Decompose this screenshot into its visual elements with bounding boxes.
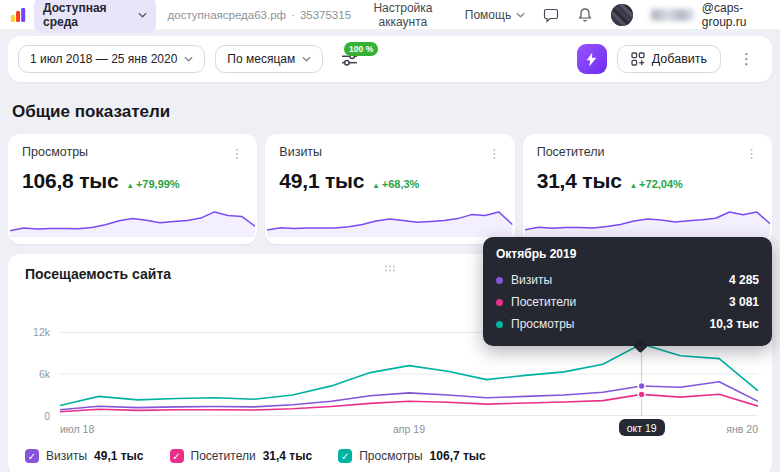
delta-up-icon: ▲ xyxy=(126,181,133,190)
check-icon: ✓ xyxy=(341,451,349,462)
delta-up-icon: ▲ xyxy=(630,181,637,190)
legend-item-visits[interactable]: ✓ Визиты 49,1 тыс xyxy=(25,449,144,463)
legend-value: 49,1 тыс xyxy=(94,449,144,463)
check-icon: ✓ xyxy=(28,451,36,462)
counter-domain: доступнаясреда63.рф xyxy=(168,9,286,21)
tooltip-row: Визиты 4 285 xyxy=(496,269,759,291)
help-label: Помощь xyxy=(465,8,511,22)
legend-label: Просмотры xyxy=(359,449,422,463)
checkbox-checked[interactable]: ✓ xyxy=(338,449,352,463)
x-tick: июл 18 xyxy=(60,423,94,435)
add-widget-button[interactable]: Добавить xyxy=(617,45,721,73)
card-value: 49,1 тыс xyxy=(279,169,364,193)
legend-value: 31,4 тыс xyxy=(263,449,313,463)
legend-value: 106,7 тыс xyxy=(430,449,486,463)
card-menu-button[interactable]: ⋮ xyxy=(484,145,505,162)
tooltip-value: 4 285 xyxy=(729,273,759,287)
dot-separator: · xyxy=(291,9,295,21)
user-email-domain: @caps-group.ru xyxy=(702,1,770,29)
user-avatar[interactable] xyxy=(611,4,633,26)
metric-card-visitors: Посетители ⋮ 31,4 тыс ▲+72,04% xyxy=(523,134,772,244)
y-tick: 0 xyxy=(44,410,50,422)
tooltip-value: 3 081 xyxy=(729,295,759,309)
boost-button[interactable] xyxy=(577,44,607,74)
chart-tooltip: Октябрь 2019 Визиты 4 285 Посетители 3 0… xyxy=(483,237,772,346)
metric-cards-row: Просмотры ⋮ 106,8 тыс ▲+79,99% Визиты ⋮ … xyxy=(8,134,772,244)
check-icon: ✓ xyxy=(172,451,180,462)
x-axis-labels: июл 18 апр 19 окт 19 янв 20 xyxy=(60,421,758,439)
delta-value: +79,99% xyxy=(136,178,180,190)
account-settings-link[interactable]: Настройка аккаунта xyxy=(359,1,447,29)
x-tick: янв 20 xyxy=(726,423,758,435)
tooltip-title: Октябрь 2019 xyxy=(496,247,759,261)
toolbar: 1 июл 2018 — 25 янв 2020 По месяцам 100 … xyxy=(8,36,772,82)
chevron-down-icon xyxy=(138,12,147,18)
chart-legend: ✓ Визиты 49,1 тыс ✓ Посетители 31,4 тыс … xyxy=(25,449,772,463)
legend-label: Визиты xyxy=(46,449,87,463)
legend-label: Посетители xyxy=(191,449,256,463)
top-navigation-bar: Доступная среда доступнаясреда63.рф · 35… xyxy=(0,0,780,30)
date-range-label: 1 июл 2018 — 25 янв 2020 xyxy=(30,52,177,66)
tooltip-label: Посетители xyxy=(511,295,576,309)
account-settings-label: Настройка аккаунта xyxy=(359,1,447,29)
card-menu-button[interactable]: ⋮ xyxy=(741,145,762,162)
metric-card-views: Просмотры ⋮ 106,8 тыс ▲+79,99% xyxy=(8,134,257,244)
counter-meta: доступнаясреда63.рф · 35375315 xyxy=(168,9,351,21)
help-menu[interactable]: Помощь xyxy=(465,8,525,22)
metric-card-visits: Визиты ⋮ 49,1 тыс ▲+68,3% xyxy=(265,134,514,244)
card-delta: ▲+68,3% xyxy=(372,178,419,190)
chevron-down-icon xyxy=(184,56,193,62)
topbar-right: Настройка аккаунта Помощь @caps-group.ru xyxy=(359,1,770,29)
tooltip-row: Просмотры 10,3 тыс xyxy=(496,313,759,335)
card-title: Визиты xyxy=(279,145,322,159)
grouping-select[interactable]: По месяцам xyxy=(215,45,323,73)
sparkline-chart xyxy=(267,203,512,237)
y-tick: 12k xyxy=(33,326,50,338)
legend-item-views[interactable]: ✓ Просмотры 106,7 тыс xyxy=(338,449,486,463)
notifications-bell-icon[interactable] xyxy=(577,7,593,23)
card-delta: ▲+72,04% xyxy=(630,178,683,190)
series-dot-visits xyxy=(496,277,503,284)
tooltip-label: Просмотры xyxy=(511,317,574,331)
toolbar-kebab-menu[interactable]: ⋮ xyxy=(731,46,762,72)
legend-item-visitors[interactable]: ✓ Посетители 31,4 тыс xyxy=(170,449,313,463)
counter-name: Доступная среда xyxy=(43,1,132,29)
add-grid-icon xyxy=(631,52,645,66)
tooltip-value: 10,3 тыс xyxy=(710,317,760,331)
card-menu-button[interactable]: ⋮ xyxy=(226,145,247,162)
checkbox-checked[interactable]: ✓ xyxy=(170,449,184,463)
lightning-bolt-icon xyxy=(585,52,598,67)
add-button-label: Добавить xyxy=(652,52,707,66)
page-title: Общие показатели xyxy=(12,102,780,122)
checkbox-checked[interactable]: ✓ xyxy=(25,449,39,463)
sampling-badge: 100 % xyxy=(344,42,378,56)
sparkline-chart xyxy=(10,203,255,237)
sampling-settings-button[interactable]: 100 % xyxy=(337,47,362,72)
delta-value: +68,3% xyxy=(382,178,420,190)
tooltip-row: Посетители 3 081 xyxy=(496,291,759,313)
series-dot-visitors xyxy=(496,299,503,306)
counter-selector[interactable]: Доступная среда xyxy=(34,0,156,33)
card-value: 106,8 тыс xyxy=(22,169,118,193)
user-name-redacted xyxy=(651,9,694,21)
grouping-label: По месяцам xyxy=(227,52,295,66)
card-title: Просмотры xyxy=(22,145,88,159)
drag-handle-icon[interactable] xyxy=(383,259,398,277)
sparkline-chart xyxy=(525,203,770,237)
avatar-blurred-image xyxy=(611,4,633,26)
card-title: Посетители xyxy=(537,145,605,159)
delta-up-icon: ▲ xyxy=(372,181,379,190)
delta-value: +72,04% xyxy=(639,178,683,190)
chevron-down-icon xyxy=(516,12,525,18)
y-axis-labels: 12k 6k 0 xyxy=(22,332,60,416)
card-delta: ▲+79,99% xyxy=(126,178,179,190)
card-value: 31,4 тыс xyxy=(537,169,622,193)
x-tick-selected: окт 19 xyxy=(619,419,665,436)
y-tick: 6k xyxy=(39,368,50,380)
metrica-logo-icon xyxy=(10,7,26,23)
chevron-down-icon xyxy=(302,56,311,62)
date-range-picker[interactable]: 1 июл 2018 — 25 янв 2020 xyxy=(18,45,205,73)
counter-id: 35375315 xyxy=(300,9,351,21)
series-dot-views xyxy=(496,321,503,328)
chat-icon[interactable] xyxy=(543,7,559,23)
